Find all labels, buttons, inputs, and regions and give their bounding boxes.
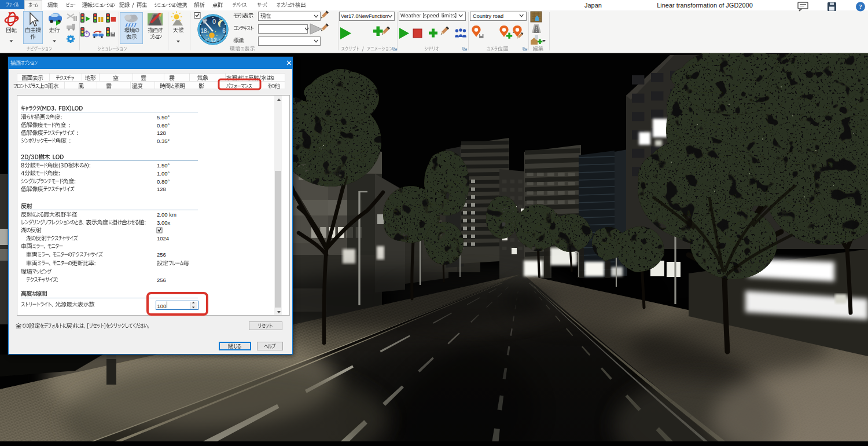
svg-text:100: 100 [157,303,167,309]
svg-text:Country road: Country road [473,13,503,19]
svg-text:18: 18 [200,28,207,34]
svg-text:1.50°: 1.50° [157,162,170,169]
svg-text:Ver17.0NewFunction: Ver17.0NewFunction [341,13,388,19]
svg-text:12: 12 [210,37,217,43]
svg-text:6: 6 [222,28,226,34]
svg-text:Linear transformation of JGD20: Linear transformation of JGD2000 [657,2,753,9]
svg-text:0.60°: 0.60° [157,122,170,129]
svg-text:0.80°: 0.80° [157,178,170,185]
svg-text:Japan: Japan [584,2,602,9]
svg-text:5.50°: 5.50° [157,114,170,120]
svg-text:?: ? [859,3,862,10]
svg-text:128: 128 [157,130,166,136]
svg-text:256: 256 [157,251,166,258]
svg-text:128: 128 [157,186,166,192]
svg-text:256: 256 [157,277,166,283]
svg-text:1.00°: 1.00° [157,170,170,177]
svg-text:3.00x: 3.00x [157,220,170,226]
svg-text:2.00 km: 2.00 km [157,211,176,218]
svg-text:0: 0 [212,18,216,25]
svg-text:0.35°: 0.35° [157,138,170,144]
svg-text:1024: 1024 [157,235,169,242]
